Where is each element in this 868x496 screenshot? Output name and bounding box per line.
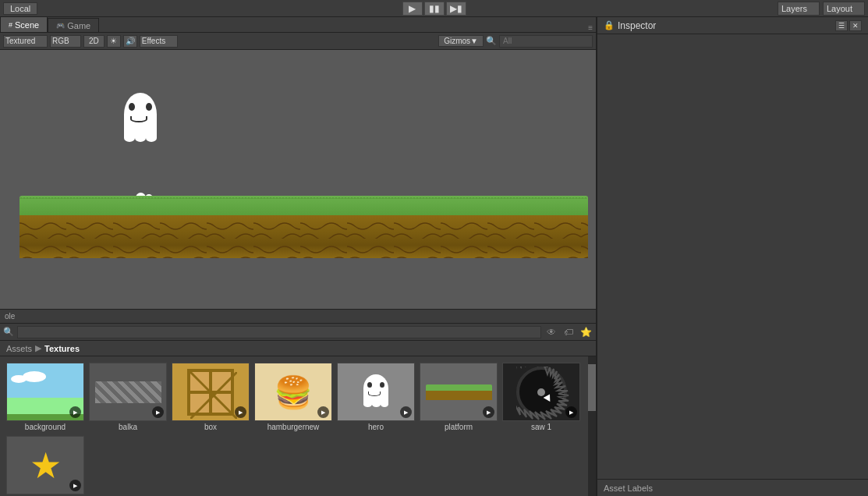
scene-toolbar: Textured RGB 2D ☀ 🔊 Effects Gizmos▼ 🔍 <box>0 33 596 50</box>
asset-label-background: background <box>25 423 66 431</box>
asset-item-box[interactable]: ▶ box <box>172 363 250 431</box>
lock-icon: 🔒 <box>604 20 615 30</box>
search-icon: 🔍 <box>486 36 497 46</box>
scene-tab-label: Scene <box>15 20 39 30</box>
game-tab-label: Game <box>67 21 90 30</box>
asset-item-background[interactable]: ▶ background <box>6 363 84 431</box>
asset-search-icon: 🔍 <box>3 327 14 337</box>
svg-line-3 <box>214 395 237 419</box>
inspector-header: 🔒 Inspector ☰ ✕ <box>597 17 868 34</box>
scene-search-input[interactable] <box>499 35 593 48</box>
asset-label-hero: hero <box>368 423 384 431</box>
svg-line-2 <box>190 372 214 395</box>
breadcrumb-root[interactable]: Assets <box>6 344 32 353</box>
asset-item-hamburgernew[interactable]: 🍔 ▶ hamburgernew <box>254 363 332 431</box>
asset-scrollbar-thumb[interactable] <box>588 364 596 411</box>
asset-labels-bar: Asset Labels <box>597 479 868 496</box>
asset-play-btn-background[interactable]: ▶ <box>69 406 81 418</box>
asset-play-btn-hero[interactable]: ▶ <box>400 406 412 418</box>
asset-play-btn-star[interactable]: ▶ <box>69 480 81 491</box>
asset-play-btn-platform[interactable]: ▶ <box>483 406 494 418</box>
inspector-menu-btn[interactable]: ☰ <box>835 20 848 31</box>
color-mode-select[interactable]: RGB <box>50 35 81 48</box>
render-mode-select[interactable]: Textured <box>3 35 48 48</box>
tab-game[interactable]: 🎮 Game <box>48 18 99 32</box>
asset-eye-button[interactable]: 👁 <box>544 326 558 338</box>
asset-item-balka[interactable]: ▶ balka <box>89 363 167 431</box>
asset-item-saw1[interactable]: ▶ saw 1 <box>502 363 580 431</box>
layers-dropdown[interactable]: Layers <box>778 2 820 16</box>
layout-dropdown[interactable]: Layout <box>823 2 865 16</box>
inspector-panel: 🔒 Inspector ☰ ✕ Asset Labels <box>597 17 868 496</box>
asset-search-input[interactable] <box>17 326 541 338</box>
local-button[interactable]: Local <box>3 2 37 15</box>
svg-line-5 <box>190 395 214 419</box>
asset-label-balka: balka <box>119 423 137 431</box>
game-tab-icon: 🎮 <box>56 22 65 30</box>
asset-play-btn-balka[interactable]: ▶ <box>152 406 164 418</box>
play-button[interactable]: ▶ <box>402 2 423 16</box>
asset-play-btn-saw[interactable]: ▶ <box>565 406 577 418</box>
breadcrumb: Assets ▶ Textures <box>0 341 596 356</box>
asset-item-star[interactable]: ★ ▶ <box>6 436 84 496</box>
breadcrumb-separator: ▶ <box>35 343 41 353</box>
gizmos-button[interactable]: Gizmos▼ <box>438 35 484 47</box>
playback-controls: ▶ ▮▮ ▶▮ <box>402 2 466 16</box>
effects-select[interactable]: Effects <box>140 35 178 48</box>
scene-viewport <box>0 50 596 309</box>
asset-label-platform: platform <box>445 423 473 431</box>
breadcrumb-current: Textures <box>44 344 80 353</box>
asset-labels-text: Asset Labels <box>604 484 653 493</box>
asset-scrollbar[interactable] <box>588 356 596 496</box>
tab-scene[interactable]: # Scene <box>0 16 48 32</box>
asset-tag-button[interactable]: 🏷 <box>562 326 576 338</box>
asset-play-btn-burger[interactable]: ▶ <box>317 406 329 418</box>
asset-label-box: box <box>204 423 217 431</box>
asset-item-hero[interactable]: ▶ hero <box>337 363 415 431</box>
asset-play-btn-box[interactable]: ▶ <box>235 406 246 418</box>
inspector-body <box>597 34 868 479</box>
step-button[interactable]: ▶▮ <box>446 2 466 16</box>
platform-scene <box>19 196 588 258</box>
svg-line-4 <box>214 372 237 395</box>
top-bar-left: Local <box>3 2 37 15</box>
console-bar: ole <box>0 310 596 324</box>
ghost-character <box>121 93 160 151</box>
bottom-section: ole 🔍 👁 🏷 ⭐ Assets ▶ Textures <box>0 309 596 496</box>
console-label: ole <box>5 312 15 321</box>
sun-button[interactable]: ☀ <box>107 35 121 48</box>
2d-mode-button[interactable]: 2D <box>83 35 105 48</box>
svg-rect-1 <box>19 215 588 258</box>
inspector-close-btn[interactable]: ✕ <box>849 20 862 31</box>
asset-toolbar: 🔍 👁 🏷 ⭐ <box>0 324 596 341</box>
pause-button[interactable]: ▮▮ <box>424 2 445 16</box>
asset-grid: ▶ background ▶ balka <box>0 356 588 496</box>
asset-star-button[interactable]: ⭐ <box>579 326 593 338</box>
audio-button[interactable]: 🔊 <box>123 35 137 48</box>
top-bar-right: Layers Layout <box>778 2 865 16</box>
asset-item-platform[interactable]: ▶ platform <box>420 363 498 431</box>
inspector-title: Inspector <box>618 20 835 31</box>
tab-maximize[interactable]: ≡ <box>585 23 596 32</box>
asset-label-hamburgernew: hamburgernew <box>267 423 320 431</box>
asset-label-saw1: saw 1 <box>531 423 551 431</box>
scene-tab-icon: # <box>9 21 12 29</box>
